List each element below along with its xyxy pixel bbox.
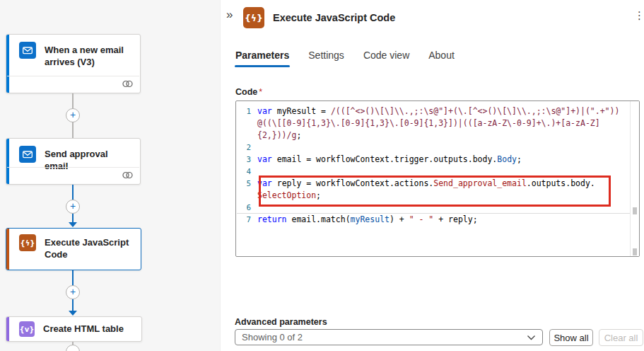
dropdown-value: Showing 0 of 2: [242, 332, 527, 343]
node-title: When a new email arrives (V3): [45, 42, 133, 68]
connection-icon[interactable]: [122, 170, 134, 183]
node-accent-bar: [6, 317, 9, 341]
code-row: 5var reply = workflowContext.actions.Sen…: [236, 178, 630, 190]
advanced-parameters-dropdown[interactable]: Showing 0 of 2: [235, 329, 543, 345]
workflow-canvas: When a new email arrives (V3) + Send app…: [0, 0, 221, 351]
node-accent-bar: [6, 229, 9, 270]
code-field-label: Code*: [235, 87, 262, 97]
code-row: @((\[[0-9]{1,3}\.[0-9]{1,3}\.[0-9]{1,3}]…: [236, 117, 630, 130]
tab-settings[interactable]: Settings: [308, 45, 345, 67]
code-row: 7return email.match(myResult) + " - " + …: [236, 214, 630, 226]
required-asterisk: *: [259, 87, 262, 97]
tab-parameters[interactable]: Parameters: [235, 45, 290, 67]
node-footer: [7, 167, 139, 184]
edge-arrowhead: [69, 311, 77, 316]
code-row: 4: [236, 166, 630, 178]
more-options-icon[interactable]: ⋮: [634, 10, 644, 21]
node-footer: [7, 76, 139, 93]
tab-bar: Parameters Settings Code view About: [235, 45, 455, 67]
outlook-icon: [19, 146, 36, 163]
code-row: 1var myResult = /(([^<>()\[\]\\.,;:\s@"]…: [236, 105, 630, 117]
collapse-panel-icon[interactable]: »: [226, 8, 233, 21]
data-operation-icon: {v}: [19, 321, 35, 337]
javascript-code-icon: {ϟ}: [19, 234, 36, 251]
insert-step-button[interactable]: [66, 345, 80, 351]
chevron-down-icon: [527, 332, 536, 343]
editor-divider: [237, 213, 631, 214]
node-when-a-new-email-arrives[interactable]: When a new email arrives (V3): [6, 34, 141, 93]
show-all-button[interactable]: Show all: [549, 329, 593, 346]
code-lines: 1var myResult = /(([^<>()\[\]\\.,;:\s@"]…: [236, 105, 630, 226]
scrollbar-thumb[interactable]: [633, 207, 637, 214]
node-title: Create HTML table: [43, 323, 124, 335]
connection-icon[interactable]: [122, 79, 134, 91]
code-row: 2: [236, 142, 630, 154]
outlook-icon: [19, 42, 36, 59]
code-row: SelectOption;: [236, 190, 630, 202]
node-create-html-table[interactable]: {v} Create HTML table: [6, 316, 142, 342]
panel-title: Execute JavaScript Code: [273, 12, 395, 23]
node-send-approval-email[interactable]: Send approval email: [6, 138, 141, 185]
code-row: 6: [236, 202, 630, 214]
insert-step-button[interactable]: +: [66, 285, 80, 299]
javascript-code-icon: {ϟ}: [243, 7, 264, 28]
edge-arrowhead: [69, 222, 77, 227]
tab-code-view[interactable]: Code view: [363, 45, 410, 67]
code-editor[interactable]: 1var myResult = /(([^<>()\[\]\\.,;:\s@"]…: [235, 100, 640, 257]
node-title: Execute JavaScript Code: [45, 234, 134, 260]
node-execute-javascript-code[interactable]: {ϟ} Execute JavaScript Code: [6, 228, 141, 270]
code-row: 3var email = workflowContext.trigger.out…: [236, 154, 630, 166]
clear-all-button[interactable]: Clear all: [599, 329, 643, 346]
code-row: {2,}))/g;: [236, 130, 630, 142]
insert-step-button[interactable]: +: [66, 108, 80, 122]
advanced-parameters-label: Advanced parameters: [235, 317, 327, 327]
editor-scrollbar[interactable]: [630, 101, 639, 256]
tab-about[interactable]: About: [428, 45, 455, 67]
insert-step-button[interactable]: +: [66, 200, 80, 214]
scrollbar-thumb[interactable]: [633, 248, 637, 255]
